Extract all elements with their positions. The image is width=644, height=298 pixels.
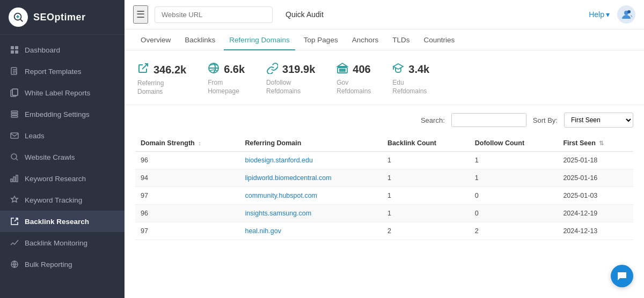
table-section: Search: Sort By: First Seen Domain Stren… [125, 105, 644, 298]
svg-rect-14 [11, 179, 12, 182]
cell-backlink-count: 1 [382, 205, 470, 222]
svg-point-13 [11, 154, 17, 159]
tab-referring-domains[interactable]: Referring Domains [224, 29, 295, 50]
sidebar-item-dashboard[interactable]: Dashboard [0, 39, 125, 61]
sidebar-item-label: Keyword Research [25, 175, 86, 183]
col-first-seen[interactable]: First Seen ⇅ [558, 135, 633, 152]
bar-chart-icon [10, 174, 19, 183]
sidebar-item-label: Bulk Reporting [25, 260, 72, 269]
cell-first-seen: 2025-01-16 [558, 169, 633, 187]
tab-countries[interactable]: Countries [418, 29, 460, 50]
sort-icon-first-seen: ⇅ [599, 140, 604, 146]
logo-icon [9, 8, 28, 27]
sidebar-item-label: Backlink Monitoring [25, 239, 87, 247]
cell-backlink-count: 1 [382, 187, 470, 205]
stat-edu-label: EduRefdomains [392, 79, 427, 95]
sidebar-item-bulk-reporting[interactable]: Bulk Reporting [0, 254, 125, 275]
stat-gov-label: GovRefdomains [336, 79, 371, 95]
sidebar-item-keyword-tracking[interactable]: Keyword Tracking [0, 189, 125, 211]
cell-dofollow-count: 0 [470, 205, 558, 222]
sidebar-item-leads[interactable]: Leads [0, 125, 125, 146]
sidebar-item-white-label-reports[interactable]: White Label Reports [0, 82, 125, 103]
file-edit-icon [10, 66, 19, 76]
mail-icon [10, 131, 19, 140]
help-button[interactable]: Help ▾ [589, 10, 610, 19]
sidebar-item-backlink-research[interactable]: Backlink Research [0, 211, 125, 232]
svg-rect-9 [11, 111, 18, 113]
svg-rect-22 [340, 69, 341, 71]
stat-gov-refdomains: 406 GovRefdomains [336, 62, 371, 95]
referring-domains-icon [137, 62, 149, 77]
col-domain-strength[interactable]: Domain Strength ↕ [135, 135, 239, 152]
stat-edu-refdomains: 3.4k EduRefdomains [392, 62, 429, 95]
stat-referring-domains-value: 346.2k [153, 64, 186, 76]
svg-rect-23 [342, 69, 343, 71]
svg-rect-11 [11, 116, 18, 117]
col-backlink-count[interactable]: Backlink Count [382, 135, 470, 152]
cell-referring-domain[interactable]: lipidworld.biomedcentral.com [239, 169, 382, 187]
sidebar-item-report-templates[interactable]: Report Templates [0, 61, 125, 82]
cell-referring-domain[interactable]: insights.samsung.com [239, 205, 382, 222]
sidebar-item-keyword-research[interactable]: Keyword Research [0, 168, 125, 189]
tab-anchors[interactable]: Anchors [347, 29, 384, 50]
settings-icon [10, 109, 19, 119]
domain-link[interactable]: community.hubspot.com [245, 192, 317, 199]
sidebar-logo[interactable]: SEOptimer [0, 0, 125, 35]
col-dofollow-count[interactable]: Dofollow Count [470, 135, 558, 152]
tab-tlds[interactable]: TLDs [387, 29, 415, 50]
tab-overview[interactable]: Overview [135, 29, 176, 50]
col-referring-domain[interactable]: Referring Domain [239, 135, 382, 152]
url-input[interactable] [155, 6, 273, 23]
dofollow-icon [266, 62, 278, 77]
grid-icon [10, 45, 19, 55]
stat-dofollow-refdomains: 319.9k DofollowRefdomains [266, 62, 315, 95]
cell-referring-domain[interactable]: heal.nih.gov [239, 222, 382, 240]
sidebar-item-website-crawls[interactable]: Website Crawls [0, 146, 125, 168]
quick-audit-button[interactable]: Quick Audit [279, 6, 330, 23]
chat-bubble[interactable] [611, 265, 633, 287]
svg-point-19 [627, 10, 631, 13]
tab-navigation: Overview Backlinks Referring Domains Top… [125, 29, 644, 50]
cell-domain-strength: 97 [135, 222, 239, 240]
sidebar-item-label: Website Crawls [25, 153, 75, 161]
svg-rect-7 [12, 89, 18, 95]
domain-link[interactable]: insights.samsung.com [245, 210, 311, 217]
pin-icon [10, 195, 19, 205]
topbar: ☰ Quick Audit Help ▾ [125, 0, 644, 29]
sidebar-item-label: Backlink Research [25, 218, 89, 226]
svg-rect-2 [15, 46, 18, 49]
cell-referring-domain[interactable]: biodesign.stanford.edu [239, 152, 382, 169]
search-input[interactable] [451, 113, 526, 127]
hamburger-button[interactable]: ☰ [133, 5, 148, 24]
domain-link[interactable]: lipidworld.biomedcentral.com [245, 174, 331, 182]
sidebar-item-label: Embedding Settings [25, 110, 90, 118]
stats-row: 346.2k ReferringDomains 6.6k FromHomepag… [125, 50, 644, 105]
svg-rect-4 [15, 50, 18, 54]
table-row: 97 community.hubspot.com 1 0 2025-01-03 [135, 187, 633, 205]
cell-dofollow-count: 1 [470, 152, 558, 169]
trend-icon [10, 238, 19, 248]
cell-first-seen: 2024-12-19 [558, 205, 633, 222]
sidebar-item-embedding-settings[interactable]: Embedding Settings [0, 103, 125, 125]
cell-first-seen: 2025-01-03 [558, 187, 633, 205]
cell-first-seen: 2025-01-18 [558, 152, 633, 169]
tab-backlinks[interactable]: Backlinks [179, 29, 221, 50]
search-icon [10, 152, 19, 162]
stat-referring-domains-label: ReferringDomains [137, 79, 164, 96]
svg-rect-21 [338, 68, 347, 73]
tab-top-pages[interactable]: Top Pages [298, 29, 343, 50]
domain-link[interactable]: biodesign.stanford.edu [245, 157, 312, 164]
cell-backlink-count: 1 [382, 169, 470, 187]
sort-select[interactable]: First Seen Domain Strength Backlink Coun… [564, 113, 633, 128]
stat-edu-value: 3.4k [408, 63, 429, 76]
sidebar-item-backlink-monitoring[interactable]: Backlink Monitoring [0, 232, 125, 254]
cell-referring-domain[interactable]: community.hubspot.com [239, 187, 382, 205]
edu-icon [392, 62, 404, 77]
search-label: Search: [421, 116, 445, 124]
stat-dofollow-label: DofollowRefdomains [266, 79, 301, 95]
cell-dofollow-count: 2 [470, 222, 558, 240]
svg-rect-15 [13, 177, 15, 182]
user-avatar[interactable] [617, 5, 635, 24]
stat-from-homepage-value: 6.6k [224, 63, 245, 76]
domain-link[interactable]: heal.nih.gov [245, 227, 281, 235]
